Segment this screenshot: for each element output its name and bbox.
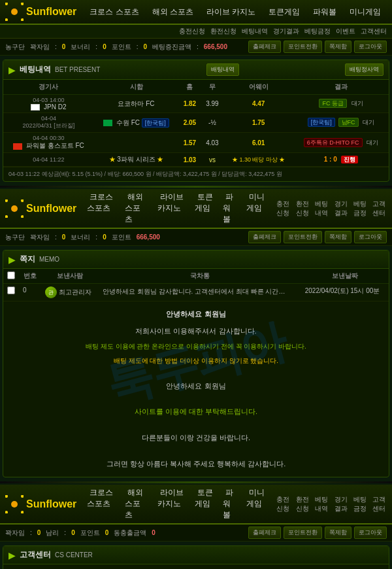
nav3-token-game[interactable]: 토큰게임	[195, 487, 213, 509]
sub2-results[interactable]: 경기결과	[335, 199, 348, 218]
btn2-logout[interactable]: 로그아웃	[354, 231, 387, 243]
nav2-mini-game[interactable]: 미니게임	[246, 191, 265, 214]
btn-check[interactable]: 출폐제크	[248, 41, 281, 53]
sub3-cs[interactable]: 고객센터	[372, 495, 386, 513]
memo-title: 쪽지	[20, 254, 35, 265]
nav3-cross-sports[interactable]: 크로스 스포츠	[87, 487, 113, 509]
btn-memo[interactable]: 쪽제함	[325, 41, 351, 53]
sub-nav-event[interactable]: 이벤트	[336, 27, 355, 36]
col-result: 결과	[293, 80, 389, 95]
nav2-powerball[interactable]: 파워볼	[223, 191, 233, 225]
nav3-live-casino[interactable]: 라이브 카지노	[157, 487, 184, 509]
sub3-betting[interactable]: 베팅내역	[315, 495, 329, 513]
memo-col-num: 번호	[19, 269, 41, 284]
nav-powerball[interactable]: 파워볼	[310, 6, 339, 18]
brand-name: Sunflower	[26, 6, 76, 18]
nav3-overseas-sports[interactable]: 해외 스포츠	[125, 487, 143, 521]
sub-nav-betting[interactable]: 베팅내역	[242, 27, 268, 36]
bet-settle-btn[interactable]: 배팅정사역	[345, 63, 384, 76]
btn3-check[interactable]: 출폐제크	[248, 526, 281, 539]
select-all-checkbox[interactable]	[7, 271, 15, 279]
logo-2[interactable]: Sunflower	[5, 199, 76, 218]
status-val-1: 0	[62, 43, 66, 50]
svg-point-17	[5, 199, 9, 203]
cell-draw-odds-4: vs	[201, 153, 223, 167]
bet-summary: 04-03 11:22 예상금(배): 5.15 (5.1%) / 배당: 66…	[3, 167, 389, 181]
btn2-point[interactable]: 포인트전환	[284, 231, 322, 243]
sub-nav-exchange[interactable]: 환전신청	[210, 27, 237, 36]
nav-overseas-sports[interactable]: 해외 스포츠	[150, 6, 196, 18]
sub3-exchange[interactable]: 환전신청	[296, 495, 310, 513]
memo-checkbox[interactable]	[7, 286, 15, 294]
cell-home-odds-2: 2.05	[178, 113, 201, 133]
sub2-betting[interactable]: 베팅내역	[315, 199, 329, 218]
memo-subtitle: MEMO	[39, 256, 59, 263]
team-name-1: 요코하마 FC	[118, 100, 154, 107]
live-badge: 진행	[341, 156, 358, 164]
cell-league-1: 04-03 14:00 JPN D2	[3, 95, 94, 113]
nav-live-casino[interactable]: 라이브 카지노	[204, 6, 258, 18]
status-val-2: 0	[103, 43, 106, 50]
bet-history-btn[interactable]: 배팅내역	[206, 63, 239, 76]
cell-draw-odds-2: -½	[201, 113, 223, 133]
sub3-limit[interactable]: 베팅금정	[353, 495, 367, 513]
sub3-results[interactable]: 경기결과	[335, 495, 348, 513]
status-bet-amount: 666,500	[204, 43, 227, 50]
cell-draw-odds-3: 4.03	[201, 133, 223, 153]
svg-point-6	[5, 17, 9, 21]
flag-jp	[31, 104, 40, 111]
cell-match-2: 수원 FC [한국팀]	[94, 113, 178, 133]
btn3-extra[interactable]: 쪽제함	[325, 526, 351, 539]
sub-nav-charge[interactable]: 충전신청	[179, 27, 205, 36]
table-row: 04-03 14:00 JPN D2 요코하마 FC 1.82 3.99 4.4…	[3, 95, 389, 113]
league-name-1: JPN D2	[44, 103, 66, 111]
nav2-token-game[interactable]: 토큰게임	[195, 191, 213, 214]
btn3-point[interactable]: 포인트전환	[284, 526, 322, 539]
col-match: 시합	[94, 80, 178, 95]
header-2: Sunflower 크로스 스포츠 해외 스포츠 라이브 카지노 토큰게임 파워…	[0, 189, 392, 229]
sub3-charge[interactable]: 충전신청	[276, 495, 290, 513]
memo-col-check	[3, 269, 19, 284]
betting-subtitle: BET PRESENT	[55, 66, 100, 73]
btn-logout[interactable]: 로그아웃	[354, 41, 387, 53]
cell-match-4: ★ 3파워 시리즈 ★	[94, 153, 178, 167]
sub-nav-cs[interactable]: 고객센터	[361, 27, 387, 36]
svg-point-11	[20, 199, 24, 203]
nav-token-game[interactable]: 토큰게임	[266, 6, 302, 18]
result-tag-3: 6주특유 D-HITO FC	[304, 138, 363, 147]
memo-icon: ▶	[8, 254, 16, 265]
memo-content: 안녕하세요 회원님 감사합니다. 고객센터에서 최대 빠른 시간에 도착합니다.…	[99, 284, 301, 302]
svg-point-20	[20, 495, 24, 499]
sub2-charge[interactable]: 충전신청	[276, 199, 290, 218]
flag-br	[103, 120, 112, 126]
sub2-limit[interactable]: 베팅금정	[353, 199, 367, 218]
nav-mini-game[interactable]: 미니게임	[347, 6, 384, 18]
sub2-exchange[interactable]: 환전신청	[296, 199, 310, 218]
page-3: Sunflower 크로스 스포츠 해외 스포츠 라이브 카지노 토큰게임 파워…	[0, 485, 392, 569]
nav3-mini-game[interactable]: 미니게임	[246, 487, 265, 509]
sub-nav-bet-limit[interactable]: 베팅금정	[304, 27, 331, 36]
cs-subtitle: CS CENTER	[55, 551, 93, 559]
btn2-memo[interactable]: 쪽제함	[325, 231, 351, 243]
betting-title: 베팅내역	[20, 64, 51, 75]
nav-cross-sports[interactable]: 크로스 스포츠	[87, 6, 141, 18]
sub-nav-results[interactable]: 경기결과	[273, 27, 299, 36]
sub2-cs[interactable]: 고객센터	[372, 199, 386, 218]
nav2-overseas-sports[interactable]: 해외 스포츠	[125, 191, 143, 225]
cell-away-odds-3: 6.01	[223, 133, 293, 153]
status-label-sports: 농구단	[5, 43, 25, 52]
logo[interactable]: Sunflower	[5, 3, 76, 21]
popup-line1: 저희사이트 이용해주셔서 감사합니다.	[10, 325, 382, 338]
nav2-cross-sports[interactable]: 크로스 스포츠	[87, 191, 113, 214]
btn3-logout[interactable]: 로그아웃	[354, 526, 387, 539]
cell-result-3: 6주특유 D-HITO FC 대기	[293, 133, 389, 153]
memo-date: 2022/04/02(토) 15시 00분	[301, 284, 389, 302]
btn2-check[interactable]: 출폐제크	[248, 231, 281, 243]
btn-point-exchange[interactable]: 포인트전환	[284, 41, 322, 53]
cs-section: ▶ 고객센터 CS CENTER 번호 제목 작성자 등록일 조회 19709	[3, 545, 389, 569]
nav3-powerball[interactable]: 파워볼	[223, 487, 233, 521]
memo-row: 0 관 최고관리자 안녕하세요 회원님 감사합니다. 고객센터에서 최대 빠른 …	[3, 284, 389, 302]
cs-header: ▶ 고객센터 CS CENTER	[3, 546, 389, 564]
nav2-live-casino[interactable]: 라이브 카지노	[157, 191, 184, 214]
logo-3[interactable]: Sunflower	[5, 495, 76, 513]
